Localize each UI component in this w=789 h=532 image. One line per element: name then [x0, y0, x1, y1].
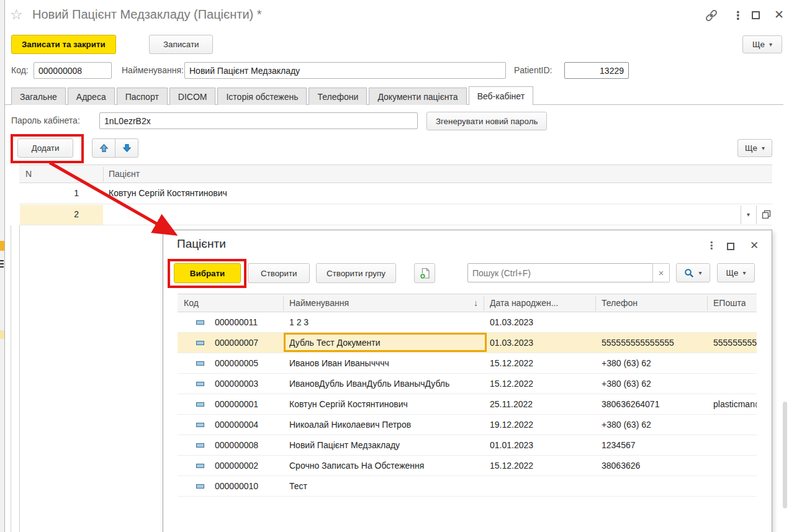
table-row[interactable]: 000000010 Тест — [178, 476, 757, 497]
divider — [756, 205, 757, 224]
sort-descending-icon: ↓ — [474, 294, 478, 312]
cell-code: 000000002 — [215, 456, 284, 476]
save-button[interactable]: Записати — [149, 35, 213, 54]
cell-email: 55555555555 — [713, 333, 757, 353]
column-header-patient[interactable]: Пацієнт — [109, 165, 140, 183]
underlying-window-fragment — [0, 266, 4, 268]
cell-n: 2 — [19, 204, 79, 225]
select-button[interactable]: Вибрати — [174, 263, 241, 283]
cell-code: 000000007 — [215, 333, 284, 353]
save-and-close-button[interactable]: Записати та закрити — [11, 35, 116, 54]
column-header-name[interactable]: Найменування — [289, 294, 349, 312]
cell-birthdate: 01.03.2023 — [490, 333, 589, 353]
column-divider — [103, 167, 104, 182]
clear-search-button[interactable]: × — [652, 263, 670, 282]
more-button-label: Ще — [745, 143, 757, 153]
password-label: Пароль кабінета: — [11, 112, 80, 129]
arrow-up-icon — [99, 143, 109, 153]
create-button[interactable]: Створити — [248, 263, 310, 283]
vertical-scrollbar-thumb[interactable] — [783, 402, 787, 508]
column-divider — [707, 296, 708, 311]
underlying-window-fragment — [0, 260, 4, 261]
more-button-label: Ще — [752, 40, 765, 49]
patients-modal: Пацієнти ⋮ ✕ Вибрати Створити Створити г… — [163, 230, 772, 532]
tab-adresa[interactable]: Адреса — [68, 88, 115, 105]
catalog-item-icon — [196, 320, 204, 325]
modal-close-button[interactable]: ✕ — [750, 239, 759, 252]
add-button[interactable]: Додати — [17, 138, 73, 158]
table-row[interactable]: 1 Ковтун Сергій Костянтинович — [19, 183, 772, 204]
column-header-n[interactable]: N — [25, 165, 32, 183]
modal-maximize-button[interactable] — [727, 243, 734, 250]
column-header-phone[interactable]: Телефон — [602, 294, 638, 312]
table-row[interactable]: 000000011 1 2 3 01.03.2023 — [178, 312, 757, 333]
tab-zahalne[interactable]: Загальне — [11, 88, 66, 105]
patientid-label: PatientID: — [514, 62, 552, 79]
more-button-modal[interactable]: Ще ▾ — [717, 263, 755, 282]
open-item-button[interactable] — [762, 210, 771, 219]
column-header-email[interactable]: ЕПошта — [713, 294, 746, 312]
catalog-item-icon — [196, 402, 204, 407]
table-row[interactable]: 000000008 Новий Пацієнт Медзакладу 01.01… — [178, 435, 757, 456]
catalog-item-icon — [196, 423, 204, 427]
cell-code: 000000003 — [215, 374, 284, 394]
table-row[interactable]: 000000001 Ковтун Сергій Костянтинович 25… — [178, 394, 757, 415]
cell-birthdate: 25.11.2022 — [490, 394, 589, 415]
clear-icon: × — [659, 268, 664, 278]
move-down-button[interactable] — [115, 138, 138, 158]
search-options-button[interactable]: ▾ — [676, 263, 710, 282]
underlying-window-strip — [0, 0, 5, 532]
tab-telefony[interactable]: Телефони — [309, 88, 367, 105]
maximize-button[interactable] — [752, 11, 760, 19]
cell-name: Иванов Иван Иванычччч — [289, 353, 473, 374]
close-button[interactable]: ✕ — [774, 7, 784, 22]
patientid-input[interactable] — [564, 62, 629, 79]
combo-dropdown-button[interactable]: ▾ — [747, 212, 750, 218]
tab-dicom[interactable]: DICOM — [169, 88, 216, 105]
cell-birthdate: 01.03.2023 — [490, 312, 589, 333]
cell-name: 1 2 3 — [289, 312, 473, 333]
modal-menu-dots-icon[interactable]: ⋮ — [706, 240, 716, 251]
cell-name: Ковтун Сергій Костянтинович — [289, 394, 473, 415]
catalog-item-icon — [196, 341, 204, 345]
cell-phone: 555555555555555 — [602, 333, 706, 353]
table-border — [19, 225, 20, 532]
tab-veb-kabinet[interactable]: Веб-кабінет — [469, 86, 533, 105]
favorite-star-icon[interactable]: ☆ — [10, 6, 23, 23]
cell-code: 000000004 — [215, 415, 284, 435]
move-up-button[interactable] — [92, 138, 115, 158]
link-icon[interactable] — [704, 10, 719, 21]
create-item-icon-button[interactable] — [414, 263, 435, 283]
chevron-down-icon: ▾ — [742, 270, 746, 276]
table-row[interactable]: 000000007 Дубль Тест Документи 01.03.202… — [178, 333, 757, 353]
more-button-list[interactable]: Ще ▾ — [737, 139, 772, 157]
code-input[interactable] — [34, 62, 112, 79]
table-row[interactable]: 000000005 Иванов Иван Иванычччч 15.12.20… — [178, 353, 757, 374]
menu-dots-icon[interactable]: ⋮ — [733, 9, 744, 22]
divider — [741, 205, 741, 224]
more-button-top[interactable]: Ще ▾ — [742, 35, 782, 53]
generate-password-button[interactable]: Згенерувати новий пароль — [426, 112, 547, 130]
table-row[interactable]: 2 ▾ — [19, 204, 772, 225]
cell-code: 000000010 — [215, 476, 284, 497]
column-divider — [484, 296, 484, 311]
tab-dokumenty-patsienta[interactable]: Документи пацієнта — [369, 88, 466, 105]
tab-istoria-obstezhen[interactable]: Історія обстежень — [217, 88, 307, 105]
table-row[interactable]: 000000003 ИвановДубль ИванДубль ИванычДу… — [178, 374, 757, 394]
password-input[interactable] — [99, 112, 418, 129]
cell-name: Новий Пацієнт Медзакладу — [289, 435, 473, 456]
catalog-item-icon — [196, 484, 204, 489]
cell-name: Тест — [289, 476, 473, 497]
screen: { "icons": { "star": "☆", "menu_dots": "… — [0, 0, 789, 532]
name-input[interactable] — [184, 62, 506, 79]
search-input[interactable] — [467, 263, 653, 282]
create-group-button[interactable]: Створити групу — [316, 263, 396, 283]
column-header-code[interactable]: Код — [184, 294, 199, 312]
cell-phone: +380 (63) 62 — [602, 374, 706, 394]
cell-phone: +380 (63) 62 — [602, 415, 706, 435]
table-row[interactable]: 000000002 Срочно Записать На Обстеження … — [178, 456, 757, 476]
tab-pasport[interactable]: Паспорт — [117, 88, 168, 105]
table-row[interactable]: 000000004 Никоалай Николаевич Петров 19.… — [178, 415, 757, 435]
cell-code: 000000008 — [215, 435, 284, 456]
column-header-birthdate[interactable]: Дата народжен... — [490, 294, 594, 312]
